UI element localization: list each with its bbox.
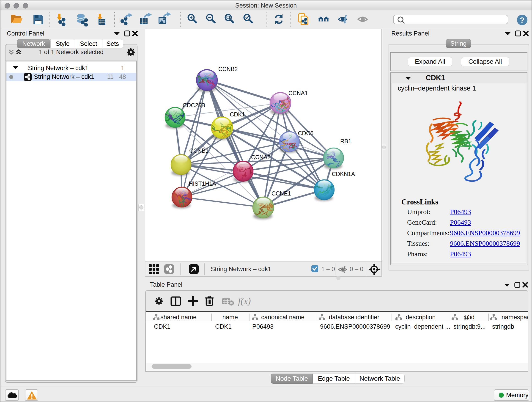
svg-text:CCNA1: CCNA1 xyxy=(288,90,308,96)
svg-text:CCNB2: CCNB2 xyxy=(218,66,238,72)
svg-text:CDKN1A: CDKN1A xyxy=(332,171,355,177)
svg-text:CDC25B: CDC25B xyxy=(183,102,205,108)
svg-text:CCNA2: CCNA2 xyxy=(251,154,271,160)
svg-text:CDC6: CDC6 xyxy=(298,130,313,136)
svg-text:CCNE1: CCNE1 xyxy=(272,190,291,197)
svg-text:CCNB1: CCNB1 xyxy=(189,147,209,154)
svg-text:CDK1: CDK1 xyxy=(230,111,245,118)
svg-text:RB1: RB1 xyxy=(340,138,351,144)
svg-text:HIST1H1A: HIST1H1A xyxy=(189,180,216,187)
